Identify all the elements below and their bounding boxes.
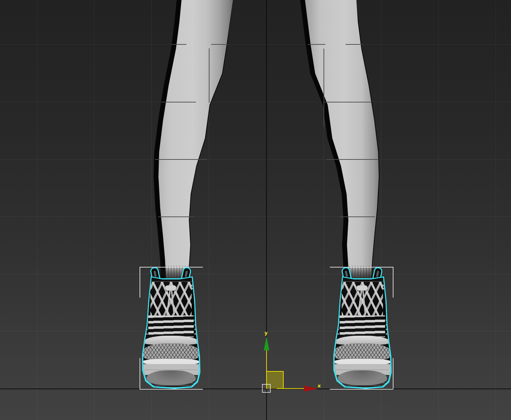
gizmo-x-arrow-icon[interactable] xyxy=(304,386,318,392)
gizmo-x-axis-label: x xyxy=(318,383,321,388)
gizmo-x-axis-line[interactable] xyxy=(277,388,304,389)
gizmo-pivot-box xyxy=(262,384,271,393)
gizmo-y-arrow-icon[interactable] xyxy=(264,336,269,350)
gizmo-y-axis-label: y xyxy=(264,330,268,335)
move-gizmo: y x xyxy=(0,0,511,420)
gizmo-y-axis-line[interactable] xyxy=(266,350,267,389)
viewport-canvas[interactable]: y x xyxy=(0,0,511,420)
